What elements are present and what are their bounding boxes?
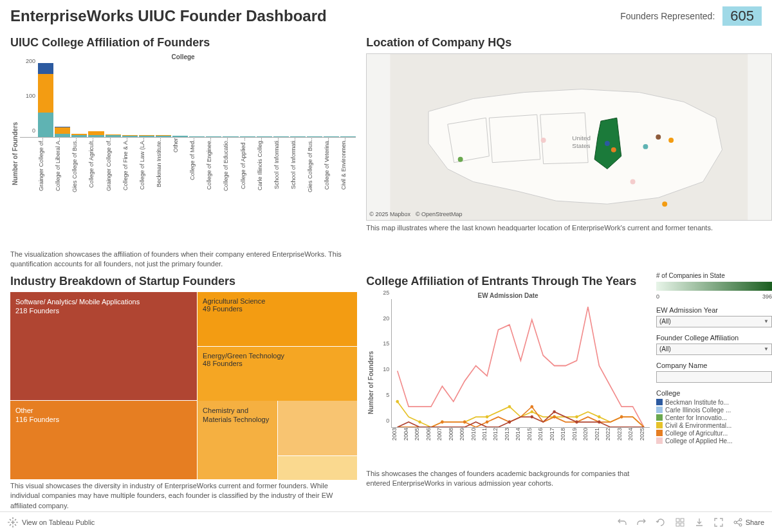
svg-point-22: [441, 420, 444, 423]
page-title: EnterpriseWorks UIUC Founder Dashboard: [10, 7, 327, 25]
tree-cell-software[interactable]: Software/ Analytics/ Mobile Applications…: [10, 292, 197, 400]
svg-text:States: States: [573, 142, 591, 149]
share-button[interactable]: Share: [733, 517, 764, 527]
svg-rect-37: [681, 518, 684, 522]
svg-point-40: [734, 521, 737, 524]
svg-point-6: [668, 138, 674, 143]
legend-min: 0: [656, 293, 659, 300]
map-country-label: United: [573, 134, 591, 142]
bar-plot[interactable]: 0100200: [20, 60, 356, 138]
svg-point-15: [486, 415, 489, 418]
svg-point-42: [739, 524, 742, 526]
line-y-label: Number of Founders: [366, 299, 376, 466]
line-caption: This showcases the changes of founders a…: [366, 469, 650, 489]
svg-point-32: [531, 415, 534, 418]
svg-point-4: [541, 138, 546, 143]
svg-point-31: [508, 420, 511, 423]
panel-line-and-controls: College Affiliation of Entrants Through …: [366, 270, 772, 511]
svg-point-26: [531, 405, 534, 408]
founders-count: 605: [722, 6, 762, 26]
map-caption: This map illustrates where the last know…: [366, 223, 772, 233]
svg-point-19: [575, 415, 578, 418]
affil-select[interactable]: (All) ▼: [656, 344, 772, 355]
tree-cell-chem[interactable]: Chemistry and Materials Technology: [198, 401, 277, 479]
svg-point-3: [458, 157, 463, 162]
treemap[interactable]: Software/ Analytics/ Mobile Applications…: [10, 292, 356, 479]
view-on-tableau-link[interactable]: View on Tableau Public: [8, 517, 95, 527]
svg-point-33: [553, 410, 556, 413]
college-legend-item[interactable]: Beckman Institute fo...: [656, 399, 772, 406]
college-legend-item[interactable]: College of Applied He...: [656, 437, 772, 445]
svg-point-35: [598, 420, 601, 423]
chevron-down-icon: ▼: [764, 318, 769, 324]
svg-rect-38: [676, 523, 679, 526]
bar-title: UIUC College Affiliation of Founders: [10, 36, 356, 50]
college-legend-item[interactable]: Center for Innovatio...: [656, 414, 772, 421]
bar-caption: The visualization showcases the affiliat…: [10, 250, 356, 270]
founders-label: Founders Represented:: [620, 11, 715, 21]
line-plot[interactable]: 0510152025: [391, 299, 650, 428]
svg-point-8: [630, 179, 636, 184]
map-attrib-mapbox[interactable]: © 2025 Mapbox: [369, 211, 410, 217]
line-axis-title: EW Admission Date: [366, 292, 650, 299]
sidebar-controls: # of Companies in State 0 396 EW Admissi…: [656, 270, 772, 511]
dashboard-icon[interactable]: [675, 517, 685, 527]
tree-cell-ag[interactable]: Agricultural Science 49 Founders: [198, 292, 357, 346]
svg-rect-39: [681, 523, 684, 526]
tree-cell-other[interactable]: Other 116 Founders: [10, 401, 197, 479]
svg-point-7: [643, 144, 648, 149]
download-icon[interactable]: [694, 517, 704, 527]
college-legend-item[interactable]: College of Agricultur...: [656, 430, 772, 437]
undo-icon[interactable]: [617, 517, 627, 527]
svg-point-41: [739, 518, 742, 521]
college-legend-item[interactable]: Carle Illinois College ...: [656, 407, 772, 414]
year-select[interactable]: (All) ▼: [656, 316, 772, 327]
college-legend-label: College: [656, 389, 772, 397]
panel-bar-chart: UIUC College Affiliation of Founders Col…: [10, 31, 356, 270]
year-label: EW Admission Year: [656, 306, 772, 314]
tree-title: Industry Breakdown of Startup Founders: [10, 275, 356, 288]
svg-point-27: [553, 415, 556, 418]
bar-y-label: Number of Founders: [10, 60, 20, 247]
svg-point-1: [605, 141, 610, 146]
panel-treemap: Industry Breakdown of Startup Founders S…: [10, 270, 356, 511]
svg-point-11: [396, 399, 400, 403]
affil-label: Founder College Affiliation: [656, 334, 772, 342]
svg-point-2: [611, 147, 616, 152]
line-title: College Affiliation of Entrants Through …: [366, 275, 650, 288]
college-legend-item[interactable]: Civil & Environmental...: [656, 422, 772, 429]
tableau-icon: [8, 517, 18, 527]
svg-rect-36: [676, 518, 679, 522]
chevron-down-icon: ▼: [764, 346, 769, 352]
svg-point-12: [419, 420, 422, 423]
legend-max: 396: [762, 293, 772, 300]
svg-point-34: [575, 420, 578, 423]
company-label: Company Name: [656, 362, 772, 369]
bottom-toolbar: View on Tableau Public Share: [0, 511, 772, 532]
svg-point-20: [598, 415, 601, 418]
svg-point-17: [531, 410, 534, 413]
legend-gradient: [656, 282, 772, 291]
tree-cell-small-1[interactable]: [278, 401, 358, 455]
tree-caption: This visual showcases the diversity in i…: [10, 481, 356, 511]
share-icon: [733, 517, 743, 527]
svg-point-23: [463, 420, 466, 423]
svg-point-9: [663, 201, 668, 206]
bar-axis-title: College: [10, 53, 356, 60]
map-canvas[interactable]: United States © 2025 Mapbox © OpenStreet…: [366, 53, 772, 221]
redo-icon[interactable]: [636, 517, 647, 527]
panel-map: Location of Company HQs: [366, 31, 772, 270]
svg-point-24: [486, 420, 489, 423]
svg-point-16: [508, 405, 511, 408]
founders-represented: Founders Represented: 605: [620, 6, 762, 26]
svg-point-5: [656, 134, 661, 140]
replay-icon[interactable]: [656, 517, 666, 527]
svg-point-30: [620, 415, 623, 418]
map-title: Location of Company HQs: [366, 36, 772, 50]
tree-cell-energy[interactable]: Energy/Green Technology 48 Founders: [198, 347, 357, 401]
tree-cell-small-2[interactable]: [278, 456, 358, 480]
company-input[interactable]: [656, 371, 772, 383]
fullscreen-icon[interactable]: [713, 517, 724, 527]
legend-title: # of Companies in State: [656, 272, 772, 279]
map-attrib-osm[interactable]: © OpenStreetMap: [416, 211, 463, 217]
